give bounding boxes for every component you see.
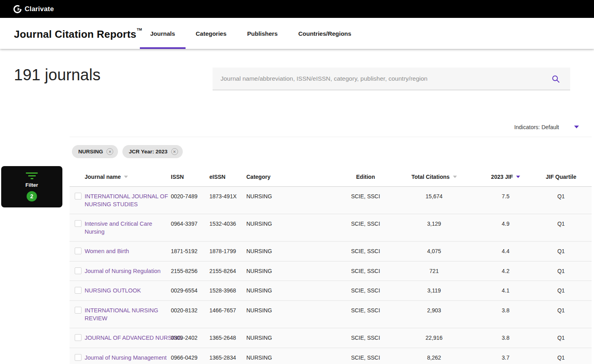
col-journal-name[interactable]: Journal name bbox=[85, 174, 171, 180]
indicators-bar: Indicators: Default bbox=[70, 117, 592, 137]
row-checkbox[interactable] bbox=[75, 248, 81, 254]
total-citations-cell: 3,129 bbox=[387, 214, 481, 241]
row-checkbox[interactable] bbox=[75, 334, 81, 341]
edition-cell: SCIE, SSCI bbox=[344, 261, 387, 281]
total-citations-cell: 3,119 bbox=[387, 281, 481, 300]
row-checkbox[interactable] bbox=[75, 267, 81, 274]
search-input[interactable] bbox=[213, 75, 548, 82]
indicators-dropdown-label[interactable]: Indicators: Default bbox=[514, 124, 559, 130]
row-checkbox[interactable] bbox=[75, 354, 81, 361]
journal-name-link[interactable]: Journal of Nursing Regulation bbox=[85, 268, 161, 274]
jif-quartile-cell: Q1 bbox=[530, 281, 592, 300]
journals-table: Journal name ISSN eISSN Category Edition… bbox=[70, 167, 592, 364]
table-row: NURSING OUTLOOK 0029-6554 1528-3968 NURS… bbox=[70, 281, 592, 301]
sort-icon-total-citations[interactable] bbox=[453, 176, 457, 178]
jif-quartile-cell: Q1 bbox=[530, 328, 592, 348]
row-checkbox[interactable] bbox=[75, 307, 81, 314]
table-row: Journal of Nursing Regulation 2155-8256 … bbox=[70, 261, 592, 281]
row-checkbox[interactable] bbox=[75, 220, 81, 227]
total-citations-cell: 2,903 bbox=[387, 301, 481, 328]
category-cell: NURSING bbox=[246, 301, 344, 328]
edition-cell: SCIE, SSCI bbox=[344, 281, 387, 300]
col-total-citations[interactable]: Total Citations bbox=[387, 174, 481, 180]
journal-name-link[interactable]: JOURNAL OF ADVANCED NURSING bbox=[85, 335, 182, 341]
search-button[interactable] bbox=[548, 75, 570, 83]
jif-cell: 3.7 bbox=[481, 348, 530, 364]
journal-name-cell: INTERNATIONAL JOURNAL OF NURSING STUDIES bbox=[85, 187, 171, 214]
eissn-cell: 1873-491X bbox=[209, 187, 246, 214]
col-2023-jif[interactable]: 2023 JIF bbox=[481, 174, 530, 180]
chip-label: JCR Year: 2023 bbox=[129, 149, 167, 155]
journal-count-heading: 191 journals bbox=[14, 66, 101, 84]
total-citations-cell: 4,075 bbox=[387, 242, 481, 261]
tab-publishers[interactable]: Publishers bbox=[237, 18, 288, 49]
table-row: Women and Birth 1871-5192 1878-1799 NURS… bbox=[70, 242, 592, 261]
col-category: Category bbox=[246, 174, 344, 180]
category-cell: NURSING bbox=[246, 281, 344, 300]
tab-countries-regions[interactable]: Countries/Regions bbox=[288, 18, 362, 49]
app-header: Journal Citation ReportsTM Journals Cate… bbox=[0, 18, 594, 49]
chevron-down-icon[interactable] bbox=[574, 126, 579, 128]
total-citations-cell: 22,916 bbox=[387, 328, 481, 348]
jif-quartile-cell: Q1 bbox=[530, 242, 592, 261]
table-row: INTERNATIONAL JOURNAL OF NURSING STUDIES… bbox=[70, 187, 592, 214]
search-icon bbox=[551, 75, 560, 83]
journal-name-cell: Intensive and Critical Care Nursing bbox=[85, 214, 171, 241]
table-row: INTERNATIONAL NURSING REVIEW 0020-8132 1… bbox=[70, 301, 592, 328]
jif-quartile-cell: Q1 bbox=[530, 348, 592, 364]
filter-count-badge: 2 bbox=[27, 191, 37, 201]
journal-name-link[interactable]: NURSING OUTLOOK bbox=[85, 287, 141, 294]
issn-cell: 0964-3397 bbox=[171, 214, 209, 241]
journal-name-cell: JOURNAL OF ADVANCED NURSING bbox=[85, 328, 171, 348]
results-panel: Indicators: Default NURSING ✕ JCR Year: … bbox=[70, 117, 592, 364]
journal-name-link[interactable]: Intensive and Critical Care Nursing bbox=[85, 221, 152, 235]
category-cell: NURSING bbox=[246, 242, 344, 261]
category-cell: NURSING bbox=[246, 348, 344, 364]
sort-icon-2023-jif[interactable] bbox=[516, 176, 520, 178]
jif-cell: 4.2 bbox=[481, 261, 530, 281]
tab-journals[interactable]: Journals bbox=[140, 18, 186, 49]
category-cell: NURSING bbox=[246, 328, 344, 348]
journal-name-link[interactable]: INTERNATIONAL NURSING REVIEW bbox=[85, 307, 158, 321]
edition-cell: SCIE, SSCI bbox=[344, 187, 387, 214]
main-nav: Journals Categories Publishers Countries… bbox=[140, 18, 362, 49]
journal-name-link[interactable]: Women and Birth bbox=[85, 248, 129, 254]
table-header-row: Journal name ISSN eISSN Category Edition… bbox=[70, 167, 592, 187]
remove-chip-icon[interactable]: ✕ bbox=[106, 148, 113, 155]
active-filter-chips: NURSING ✕ JCR Year: 2023 ✕ bbox=[70, 137, 592, 158]
filter-chip-jcr-year[interactable]: JCR Year: 2023 ✕ bbox=[122, 145, 182, 158]
eissn-cell: 1528-3968 bbox=[209, 281, 246, 300]
eissn-cell: 2155-8264 bbox=[209, 261, 246, 281]
brand-name: Clarivate bbox=[25, 5, 54, 13]
journal-name-link[interactable]: INTERNATIONAL JOURNAL OF NURSING STUDIES bbox=[85, 193, 168, 207]
jif-cell: 7.5 bbox=[481, 187, 530, 214]
col-jif-quartile: JIF Quartile bbox=[530, 174, 592, 180]
filter-icon bbox=[26, 172, 38, 179]
edition-cell: SCIE, SSCI bbox=[344, 348, 387, 364]
category-cell: NURSING bbox=[246, 187, 344, 214]
jif-quartile-cell: Q1 bbox=[530, 301, 592, 328]
issn-cell: 0020-7489 bbox=[171, 187, 209, 214]
col-issn: ISSN bbox=[171, 174, 209, 180]
row-checkbox-cell bbox=[70, 301, 85, 328]
row-checkbox[interactable] bbox=[75, 287, 81, 294]
issn-cell: 0020-8132 bbox=[171, 301, 209, 328]
sort-icon-journal-name[interactable] bbox=[124, 176, 128, 178]
issn-cell: 2155-8256 bbox=[171, 261, 209, 281]
jif-cell: 3.8 bbox=[481, 301, 530, 328]
col-eissn: eISSN bbox=[209, 174, 246, 180]
eissn-cell: 1466-7657 bbox=[209, 301, 246, 328]
row-checkbox[interactable] bbox=[75, 193, 81, 199]
row-checkbox-cell bbox=[70, 281, 85, 300]
journal-name-link[interactable]: Journal of Nursing Management bbox=[85, 354, 166, 361]
journal-name-cell: NURSING OUTLOOK bbox=[85, 281, 171, 300]
tab-categories[interactable]: Categories bbox=[186, 18, 237, 49]
remove-chip-icon[interactable]: ✕ bbox=[171, 148, 178, 155]
col-edition: Edition bbox=[344, 174, 387, 180]
filter-chip-nursing[interactable]: NURSING ✕ bbox=[72, 145, 118, 158]
total-citations-cell: 721 bbox=[387, 261, 481, 281]
category-cell: NURSING bbox=[246, 214, 344, 241]
filter-button[interactable]: Filter 2 bbox=[1, 166, 62, 207]
eissn-cell: 1365-2648 bbox=[209, 328, 246, 348]
clarivate-logo[interactable]: Clarivate bbox=[13, 5, 54, 14]
